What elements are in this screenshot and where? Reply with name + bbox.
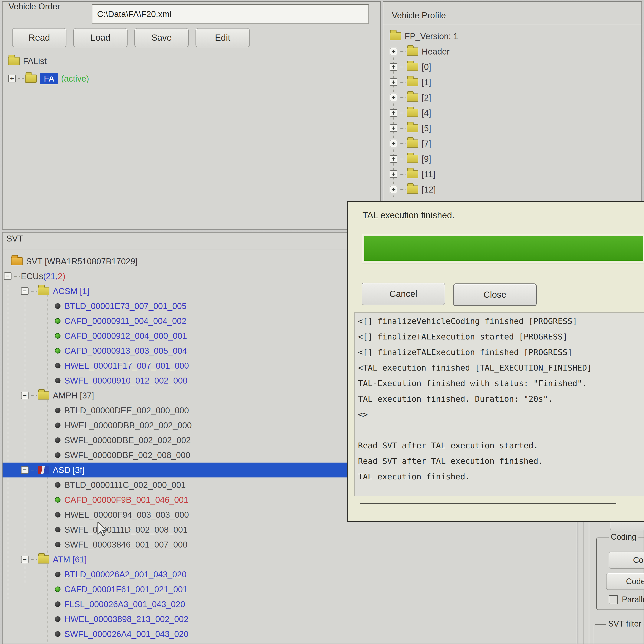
svt-item-label: BTLD_000026A2_001_043_020	[64, 570, 187, 579]
svt-item-label: SWFL_00003846_001_007_000	[64, 540, 187, 549]
folder-icon	[407, 155, 418, 163]
tree-connector	[14, 276, 20, 277]
expand-icon[interactable]: +	[390, 63, 397, 71]
folder-icon	[407, 124, 418, 132]
collapse-icon[interactable]: −	[21, 392, 29, 399]
save-button[interactable]: Save	[134, 28, 189, 47]
svt-item-label: BTLD_00000DEE_002_000_000	[64, 406, 189, 415]
log-line: <[] finalizeVehicleCoding finished [PROG…	[358, 313, 644, 329]
vp-tree-item[interactable]: FP_Version: 1	[390, 29, 641, 44]
vp-tree-item[interactable]: +[7]	[390, 136, 641, 151]
black-bullet-icon	[55, 437, 60, 443]
tree-item-falist[interactable]: FAList	[8, 52, 89, 70]
svt-item-label: (21,	[43, 272, 58, 281]
svt-tree-item-atm-61[interactable]: −ATM [61]	[3, 552, 576, 567]
folder-icon	[407, 63, 418, 71]
svt-tree-item-btld-000026a2-001-043-020[interactable]: BTLD_000026A2_001_043_020	[3, 567, 576, 582]
svt-item-label: ASD [3f]	[53, 465, 85, 475]
svt-tree-item-hwel-00003898-213-002-002[interactable]: HWEL_00003898_213_002_002	[3, 612, 576, 627]
edit-button[interactable]: Edit	[195, 28, 250, 47]
svt-item-label: HWEL_00000DBB_002_002_000	[64, 421, 192, 430]
svt-tree-item-swfl-0000111d-002-008-001[interactable]: SWFL_0000111D_002_008_001	[3, 522, 576, 537]
vp-tree-item[interactable]: +[1]	[390, 75, 641, 90]
ecu-flash-icon	[38, 466, 49, 474]
expand-icon[interactable]: +	[390, 48, 397, 55]
read-button[interactable]: Read	[12, 28, 66, 47]
svt-item-label: AMPH [37]	[53, 391, 94, 400]
vp-tree-item[interactable]: +[5]	[390, 121, 641, 136]
svt-filter-group: SVT filter	[594, 624, 644, 644]
load-button[interactable]: Load	[73, 28, 128, 47]
vp-tree-item[interactable]: +[12]	[390, 182, 641, 197]
folder-icon	[38, 391, 49, 400]
vp-item-label: [1]	[422, 78, 431, 87]
vp-tree-item[interactable]: +Header	[390, 44, 641, 59]
tree-connector	[400, 159, 405, 159]
tree-connector	[400, 67, 405, 67]
vp-item-label: FP_Version: 1	[405, 32, 458, 41]
code-button[interactable]: Code	[609, 552, 644, 569]
log-line	[358, 422, 644, 438]
expand-icon[interactable]: +	[390, 94, 397, 101]
black-bullet-icon	[55, 423, 60, 428]
svt-item-label: SWFL_00000DBF_002_008_000	[64, 450, 190, 460]
vp-tree-item[interactable]: +[4]	[390, 105, 641, 121]
tree-connector	[400, 82, 405, 83]
folder-icon	[8, 57, 20, 65]
tree-connector	[400, 143, 405, 144]
black-bullet-icon	[55, 631, 60, 637]
tree-item-fa[interactable]: + FA (active)	[8, 70, 89, 87]
svt-item-label: CAFD_00000911_004_004_002	[64, 316, 186, 326]
expand-icon[interactable]: +	[390, 186, 397, 193]
collapse-icon[interactable]: −	[21, 466, 29, 474]
svt-item-label: CAFD_00000912_004_000_001	[64, 331, 187, 341]
parallel-checkbox[interactable]	[609, 595, 618, 604]
expand-icon[interactable]: +	[390, 155, 397, 163]
log-line: TAL execution finished. Duration: "20s".	[358, 391, 644, 407]
expand-icon[interactable]: +	[390, 78, 397, 86]
vp-tree-item[interactable]: +[9]	[390, 151, 641, 167]
expand-icon[interactable]: +	[390, 124, 397, 132]
svt-item-label: BTLD_0000111C_002_000_001	[64, 480, 186, 490]
svt-item-label: FLSL_000026A3_001_043_020	[64, 599, 185, 609]
fa-file-path-field[interactable]: C:\Data\FA\F20.xml	[92, 4, 369, 24]
black-bullet-icon	[55, 408, 60, 413]
close-button[interactable]: Close	[453, 283, 537, 306]
svt-tree-item-swfl-000026a5-001-043-020[interactable]: SWFL_000026A5_001_043_020	[3, 641, 576, 644]
expand-icon[interactable]: +	[390, 170, 397, 178]
svt-item-label: SWFL_00000910_012_002_000	[64, 376, 187, 385]
mouse-cursor-icon	[97, 522, 108, 539]
collapse-icon[interactable]: −	[21, 287, 29, 295]
vp-tree-item[interactable]: +[2]	[390, 90, 641, 105]
svt-tree-item-cafd-00001f61-001-021-001[interactable]: CAFD_00001F61_001_021_001	[3, 582, 576, 597]
cancel-button[interactable]: Cancel	[362, 283, 445, 305]
execution-log[interactable]: <[] finalizeVehicleCoding finished [PROG…	[354, 312, 644, 496]
tree-connector	[400, 113, 405, 113]
expand-icon[interactable]: +	[390, 109, 397, 117]
svt-item-label: HWEL_00001F17_007_001_000	[64, 361, 189, 371]
vehicle-order-title: Vehicle Order	[9, 2, 60, 11]
fa-selected-node[interactable]: FA	[40, 73, 58, 84]
svt-tree-item-swfl-000026a4-001-043-020[interactable]: SWFL_000026A4_001_043_020	[3, 627, 576, 641]
folder-icon	[407, 109, 418, 117]
coding-group: Coding Code Code FDL Parallel	[596, 538, 644, 610]
svt-item-label: SWFL_000026A4_001_043_020	[64, 629, 188, 639]
folder-icon	[407, 93, 418, 102]
svt-item-label: ATM [61]	[53, 555, 87, 564]
tree-connector	[31, 395, 37, 396]
svt-tree-item-flsl-000026a3-001-043-020[interactable]: FLSL_000026A3_001_043_020	[3, 597, 576, 612]
divider	[383, 25, 641, 25]
progress-bar-fill	[364, 236, 643, 261]
vp-tree-item[interactable]: +[11]	[390, 167, 641, 182]
expand-icon[interactable]: +	[8, 75, 16, 82]
divider	[360, 503, 616, 504]
svt-tree-item-swfl-00003846-001-007-000[interactable]: SWFL_00003846_001_007_000	[3, 537, 576, 552]
expand-icon[interactable]: +	[390, 140, 397, 147]
vp-tree-item[interactable]: +[0]	[390, 59, 641, 75]
code-fdl-button[interactable]: Code FDL	[606, 573, 644, 590]
vp-item-label: [5]	[422, 124, 431, 133]
log-line: <TAL execution finished [TAL_EXECUTION_F…	[358, 360, 644, 376]
collapse-icon[interactable]: −	[4, 272, 11, 280]
collapse-icon[interactable]: −	[21, 556, 29, 563]
folder-icon	[390, 32, 401, 40]
